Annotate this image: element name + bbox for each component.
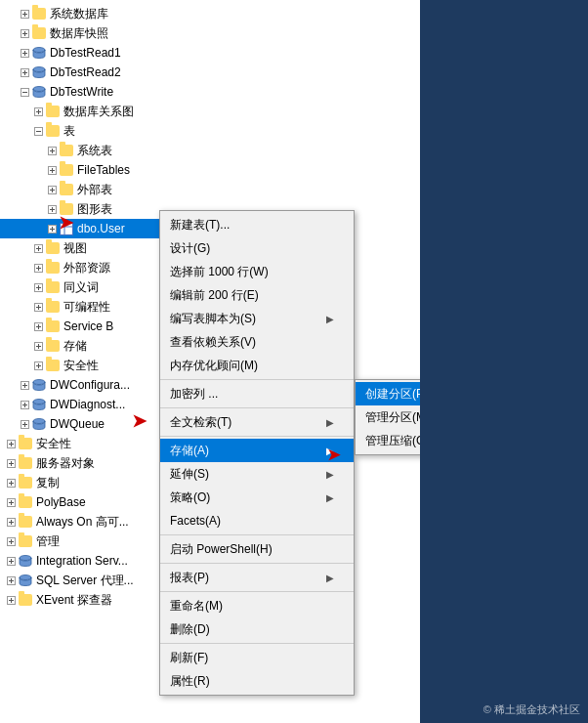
menu-item-refresh[interactable]: 刷新(F) (160, 646, 354, 669)
tree-item-security2[interactable]: 安全性 (0, 434, 161, 453)
tree-item-manage[interactable]: 管理 (0, 532, 161, 551)
tree-expand-server-obj[interactable] (4, 456, 18, 470)
tree-item-replicate[interactable]: 复制 (0, 473, 161, 492)
tree-item-dw-config[interactable]: DWConfigura... (0, 375, 161, 395)
tree-expand-xevent[interactable] (4, 593, 18, 607)
submenu-arrow-fulltext: ▶ (326, 417, 334, 428)
tree-item-dbtest-write[interactable]: DbTestWrite (0, 82, 161, 102)
tree-item-sys-db[interactable]: 系统数据库 (0, 4, 161, 23)
menu-item-extend[interactable]: 延伸(S)▶ (160, 462, 354, 486)
tree-item-external-tables[interactable]: 外部表 (0, 180, 161, 199)
tree-item-file-tables[interactable]: FileTables (0, 160, 161, 180)
sub-menu-item-create-partition[interactable]: 创建分区(P)... (356, 382, 420, 405)
tree-item-dbo-user[interactable]: dbo.User (0, 219, 161, 238)
sub-menu-item-manage-compress[interactable]: 管理压缩(C)... (356, 429, 420, 452)
menu-item-design[interactable]: 设计(G) (160, 236, 354, 260)
menu-separator (160, 643, 354, 644)
tree-expand-programmable[interactable] (31, 300, 45, 314)
tree-item-sql-agent[interactable]: SQL Server 代理... (0, 571, 161, 590)
tree-expand-sql-agent[interactable] (4, 574, 18, 587)
tree-expand-external-tables[interactable] (45, 183, 59, 196)
menu-separator (160, 534, 354, 535)
tree-expand-dbo-user[interactable] (45, 222, 59, 235)
tree-item-security[interactable]: 安全性 (0, 356, 161, 375)
tree-expand-dw-queue[interactable] (18, 417, 31, 431)
tree-expand-sys-tables[interactable] (45, 144, 59, 157)
menu-item-delete[interactable]: 删除(D) (160, 617, 354, 641)
tree-expand-dw-config[interactable] (18, 378, 31, 392)
tree-expand-db-relation[interactable] (31, 105, 45, 118)
tree-expand-external-res[interactable] (31, 261, 45, 275)
menu-item-select-1000[interactable]: 选择前 1000 行(W) (160, 260, 354, 283)
menu-item-policy[interactable]: 策略(O)▶ (160, 486, 354, 509)
menu-item-report[interactable]: 报表(P)▶ (160, 566, 354, 589)
tree-expand-integration[interactable] (4, 554, 18, 568)
menu-item-edit-200[interactable]: 编辑前 200 行(E) (160, 283, 354, 307)
tree-label-db-snapshot: 数据库快照 (50, 25, 108, 42)
tree-expand-dbtest-read2[interactable] (18, 65, 31, 79)
tree-expand-file-tables[interactable] (45, 163, 59, 177)
arrow-2: ➤ (132, 410, 147, 432)
menu-item-view-deps[interactable]: 查看依赖关系(V) (160, 330, 354, 354)
tree-expand-storage[interactable] (31, 339, 45, 353)
submenu-arrow-policy: ▶ (326, 492, 334, 503)
tree-item-tables[interactable]: 表 (0, 121, 161, 141)
tree-expand-replicate[interactable] (4, 476, 18, 489)
tree-expand-sys-db[interactable] (18, 7, 31, 21)
tree-expand-service-b[interactable] (31, 319, 45, 333)
tree-expand-tables[interactable] (31, 124, 45, 138)
tree-item-xevent[interactable]: XEvent 探查器 (0, 590, 161, 610)
tree-item-db-relation[interactable]: 数据库关系图 (0, 102, 161, 121)
tree-label-security2: 安全性 (36, 436, 71, 452)
tree-item-dbtest-read2[interactable]: DbTestRead2 (0, 63, 161, 82)
sub-menu-item-manage-partition[interactable]: 管理分区(M)... (356, 405, 420, 429)
menu-item-rename[interactable]: 重命名(M) (160, 594, 354, 617)
tree-expand-security2[interactable] (4, 437, 18, 450)
menu-item-new-table[interactable]: 新建表(T)... (160, 213, 354, 236)
tree-expand-polybase[interactable] (4, 495, 18, 509)
tree-expand-always-on[interactable] (4, 515, 18, 529)
tree-expand-dbtest-read1[interactable] (18, 46, 31, 60)
tree-item-sys-tables[interactable]: 系统表 (0, 141, 161, 160)
tree-item-polybase[interactable]: PolyBase (0, 492, 161, 512)
menu-item-memory-opt[interactable]: 内存优化顾问(M) (160, 354, 354, 377)
tree-expand-graph-tables[interactable] (45, 202, 59, 216)
tree-item-db-snapshot[interactable]: 数据库快照 (0, 23, 161, 43)
menu-item-facets[interactable]: Facets(A) (160, 509, 354, 532)
menu-item-storage[interactable]: 存储(A)▶ (160, 439, 354, 462)
menu-item-powershell[interactable]: 启动 PowerShell(H) (160, 537, 354, 561)
menu-item-script[interactable]: 编写表脚本为(S)▶ (160, 307, 354, 330)
tree-item-server-obj[interactable]: 服务器对象 (0, 453, 161, 473)
tree-icon-manage (18, 533, 33, 549)
tree-item-always-on[interactable]: Always On 高可... (0, 512, 161, 532)
menu-item-properties[interactable]: 属性(R) (160, 669, 354, 693)
tree-icon-dw-config (31, 377, 47, 393)
menu-item-fulltext[interactable]: 全文检索(T)▶ (160, 410, 354, 434)
tree-item-external-res[interactable]: 外部资源 (0, 258, 161, 277)
tree-item-synonyms[interactable]: 同义词 (0, 277, 161, 297)
tree-expand-dbtest-write[interactable] (18, 85, 31, 99)
menu-separator (160, 436, 354, 437)
tree-label-dbo-user: dbo.User (77, 222, 125, 235)
tree-expand-synonyms[interactable] (31, 280, 45, 294)
menu-label-facets: Facets(A) (170, 514, 221, 528)
menu-label-report: 报表(P) (170, 570, 209, 586)
tree-item-storage[interactable]: 存储 (0, 336, 161, 356)
menu-separator (160, 563, 354, 564)
tree-item-integration[interactable]: Integration Serv... (0, 551, 161, 571)
tree-expand-security[interactable] (31, 359, 45, 372)
menu-item-encrypt[interactable]: 加密列 ... (160, 382, 354, 405)
tree-icon-xevent (18, 592, 33, 608)
tree-expand-db-snapshot[interactable] (18, 26, 31, 40)
tree-expand-manage[interactable] (4, 534, 18, 548)
tree-icon-dw-queue (31, 416, 47, 432)
tree-item-graph-tables[interactable]: 图形表 (0, 199, 161, 219)
menu-label-powershell: 启动 PowerShell(H) (170, 541, 273, 558)
tree-expand-dw-diag[interactable] (18, 398, 31, 411)
tree-item-dbtest-read1[interactable]: DbTestRead1 (0, 43, 161, 63)
tree-item-service-b[interactable]: Service B (0, 317, 161, 336)
tree-expand-views[interactable] (31, 241, 45, 255)
tree-item-views[interactable]: 视图 (0, 238, 161, 258)
svg-point-72 (33, 419, 45, 424)
tree-item-programmable[interactable]: 可编程性 (0, 297, 161, 317)
